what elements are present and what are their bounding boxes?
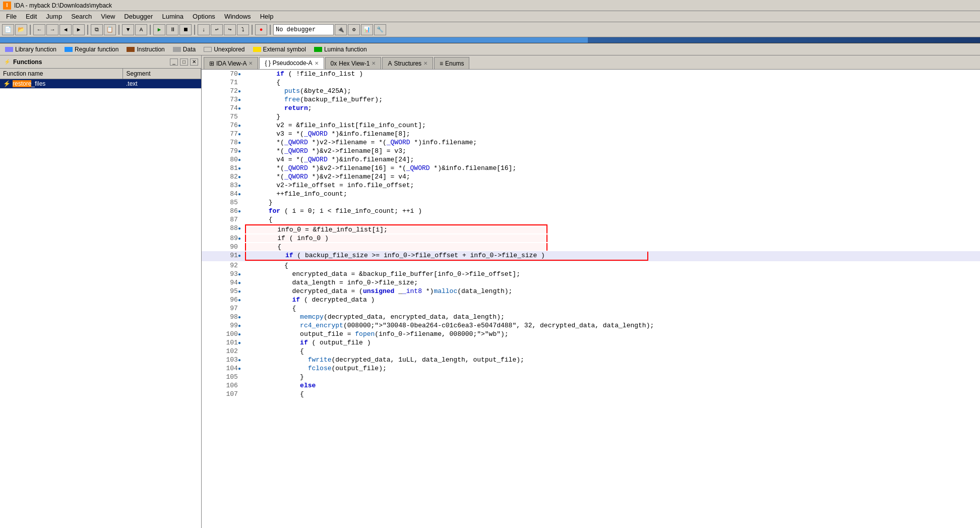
line-code[interactable]: output_file = fopen(info_0->filename, 00… — [245, 330, 980, 338]
line-code[interactable]: free(backup_file_buffer); — [245, 95, 980, 104]
menu-help[interactable]: Help — [256, 12, 278, 21]
line-code[interactable]: if ( output_file ) — [245, 338, 980, 347]
line-code[interactable]: v4 = *(_QWORD *)&info.filename[24]; — [245, 155, 980, 164]
code-area[interactable]: 70● if ( !file_info_list )71 {72● puts(&… — [202, 70, 980, 528]
toolbar-dbg3[interactable]: 📊 — [361, 24, 373, 35]
tab-structures-label: Structures — [394, 60, 421, 67]
line-code[interactable]: } — [245, 112, 980, 121]
line-code[interactable]: *(_QWORD *)v2->filename = *(_QWORD *)inf… — [245, 138, 980, 147]
tab-pseudocode-close[interactable]: ✕ — [315, 61, 319, 66]
line-code[interactable]: if ( info_0 ) — [245, 234, 980, 243]
tab-pseudocode[interactable]: { } Pseudocode-A ✕ — [259, 57, 324, 69]
menu-lumina[interactable]: Lumina — [158, 12, 188, 21]
toolbar-step3[interactable]: ↪ — [224, 24, 236, 35]
line-code[interactable]: return; — [245, 104, 980, 112]
line-code[interactable]: { — [245, 261, 980, 270]
menu-debugger[interactable]: Debugger — [120, 12, 157, 21]
line-code[interactable]: if ( decrypted_data ) — [245, 296, 980, 304]
toolbar-breakpoint[interactable]: ● — [255, 24, 267, 35]
menu-file[interactable]: File — [2, 12, 21, 21]
line-code[interactable]: v3 = *(_QWORD *)&info.filename[8]; — [245, 130, 980, 138]
toolbar-btn1[interactable]: ▼ — [122, 24, 134, 35]
toolbar-back2[interactable]: ◀ — [59, 24, 72, 35]
toolbar-dbg1[interactable]: 🔌 — [335, 24, 347, 35]
toolbar-fwd[interactable]: → — [46, 24, 58, 35]
line-code[interactable]: for ( i = 0; i < file_info_count; ++i ) — [245, 207, 980, 215]
function-row[interactable]: ⚡restore_files .text — [0, 79, 201, 89]
line-code[interactable]: { — [245, 243, 980, 251]
line-code[interactable]: v2 = &file_info_list[file_info_count]; — [245, 121, 980, 130]
line-code[interactable]: data_length = info_0->file_size; — [245, 278, 980, 287]
line-code[interactable]: decrypted_data = (unsigned __int8 *)mall… — [245, 287, 980, 296]
toolbar-run[interactable]: ▶ — [153, 24, 165, 35]
tab-hex-view-close[interactable]: ✕ — [372, 61, 376, 66]
code-row: 105 } — [202, 373, 980, 381]
tab-structures-close[interactable]: ✕ — [423, 61, 427, 66]
toolbar-dbg4[interactable]: 🔧 — [374, 24, 386, 35]
tab-ida-view[interactable]: ⊞ IDA View-A ✕ — [204, 57, 258, 69]
line-code[interactable]: info_0 = &file_info_list[i]; — [245, 224, 980, 234]
menu-options[interactable]: Options — [189, 12, 219, 21]
line-number: 87 — [202, 215, 238, 224]
toolbar-btn3[interactable]: ⏸ — [166, 24, 178, 35]
menu-view[interactable]: View — [97, 12, 119, 21]
tab-enums[interactable]: ≡ Enums — [434, 57, 469, 69]
line-code[interactable]: *(_QWORD *)&v2->filename[24] = v4; — [245, 172, 980, 181]
menu-jump[interactable]: Jump — [42, 12, 66, 21]
line-code[interactable]: { — [245, 347, 980, 356]
line-code[interactable]: encrypted_data = &backup_file_buffer[inf… — [245, 270, 980, 278]
line-code[interactable]: if ( !file_info_list ) — [245, 70, 980, 78]
toolbar-step2[interactable]: ↩ — [211, 24, 223, 35]
legend-library: Library function — [5, 46, 56, 53]
line-code[interactable]: v2->file_offset = info.file_offset; — [245, 181, 980, 190]
function-name-cell[interactable]: ⚡restore_files — [0, 79, 123, 89]
line-code[interactable]: } — [245, 198, 980, 207]
tab-hex-view[interactable]: 0x Hex View-1 ✕ — [325, 57, 382, 69]
code-row: 91● if ( backup_file_size >= info_0->fil… — [202, 251, 980, 261]
tab-ida-view-close[interactable]: ✕ — [249, 61, 253, 66]
menu-search[interactable]: Search — [67, 12, 96, 21]
legend-regular: Regular function — [65, 46, 118, 53]
toolbar-step4[interactable]: ⤵ — [237, 24, 249, 35]
line-code[interactable]: rc4_encrypt(008000;">"30048-0bea264-c01c… — [245, 321, 980, 330]
code-row: 79● *(_QWORD *)&v2->filename[8] = v3; — [202, 147, 980, 155]
menu-edit[interactable]: Edit — [22, 12, 41, 21]
tab-ida-view-label: IDA View-A — [216, 60, 247, 67]
code-row: 73● free(backup_file_buffer); — [202, 95, 980, 104]
menu-windows[interactable]: Windows — [220, 12, 255, 21]
panel-minimize-btn[interactable]: _ — [170, 58, 178, 66]
toolbar-back[interactable]: ← — [33, 24, 45, 35]
line-code[interactable]: } — [245, 373, 980, 381]
line-code[interactable]: fclose(output_file); — [245, 364, 980, 373]
line-number: 78 — [202, 138, 238, 147]
line-code[interactable]: ++file_info_count; — [245, 190, 980, 198]
toolbar-btn4[interactable]: ⏹ — [179, 24, 192, 35]
legend-instruction: Instruction — [127, 46, 164, 53]
toolbar-dbg2[interactable]: ⚙ — [348, 24, 360, 35]
code-row: 90 { — [202, 243, 980, 251]
toolbar-paste[interactable]: 📋 — [104, 24, 116, 35]
line-code[interactable]: { — [245, 304, 980, 313]
toolbar-fwd2[interactable]: ▶ — [73, 24, 85, 35]
line-code[interactable]: if ( backup_file_size >= info_0->file_of… — [245, 251, 980, 261]
line-code[interactable]: { — [245, 390, 980, 398]
col-segment: Segment — [123, 69, 201, 79]
tab-structures[interactable]: A Structures ✕ — [382, 57, 433, 69]
toolbar-copy[interactable]: ⧉ — [91, 24, 103, 35]
toolbar-open[interactable]: 📂 — [15, 24, 27, 35]
toolbar-new[interactable]: 📄 — [2, 24, 14, 35]
line-code[interactable]: else — [245, 381, 980, 390]
toolbar-btn2[interactable]: A — [135, 24, 147, 35]
line-code[interactable]: { — [245, 78, 980, 87]
line-code[interactable]: memcpy(decrypted_data, encrypted_data, d… — [245, 313, 980, 321]
line-code[interactable]: puts(&byte_425A); — [245, 87, 980, 95]
debugger-dropdown[interactable]: No debugger — [273, 24, 334, 35]
code-row: 82● *(_QWORD *)&v2->filename[24] = v4; — [202, 172, 980, 181]
line-code[interactable]: *(_QWORD *)&v2->filename[8] = v3; — [245, 147, 980, 155]
panel-restore-btn[interactable]: □ — [180, 58, 188, 66]
line-code[interactable]: { — [245, 215, 980, 224]
panel-close-btn[interactable]: ✕ — [190, 58, 198, 66]
toolbar-step1[interactable]: ↓ — [198, 24, 210, 35]
line-code[interactable]: *(_QWORD *)&v2->filename[16] = *(_QWORD … — [245, 164, 980, 172]
line-code[interactable]: fwrite(decrypted_data, 1uLL, data_length… — [245, 356, 980, 364]
